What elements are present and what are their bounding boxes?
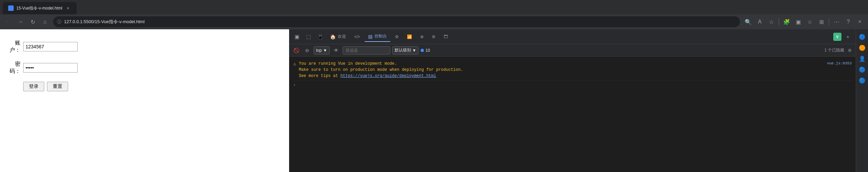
console-eye-button[interactable]: 👁 (332, 46, 341, 55)
vue-extension-button[interactable]: V (833, 33, 841, 41)
login-button[interactable]: 登录 (23, 82, 44, 91)
toolbar-icons: 🔍 A ☆ 🧩 ▣ ☆ ⊞ ⋯ ? × (743, 16, 865, 27)
sidebar-icon-4[interactable]: 🔵 (857, 65, 867, 74)
password-row: 密码： (7, 61, 282, 75)
search-icon[interactable]: 🔍 (743, 16, 754, 27)
tab-memory[interactable]: ⚙ (428, 32, 439, 42)
home-button[interactable]: ⌂ (40, 16, 50, 27)
message-line2: Make sure to turn on production mode whe… (299, 67, 463, 72)
tab-console-label: 控制台 (375, 33, 387, 39)
devtools-toolbar: ▣ ⬚ 📱 🏠 欢迎 </> ▤ 控制台 ⚙ 📶 ⊕ (289, 29, 856, 44)
top-select-arrow: ▼ (323, 48, 327, 53)
reset-button[interactable]: 重置 (47, 82, 68, 91)
devtools-dock-button[interactable]: ▣ (292, 32, 302, 42)
main-layout: 账户： 密码： 登录 重置 ▣ ⬚ 📱 🏠 欢迎 </> ▤ (0, 29, 868, 172)
tab-memory-icon: ⚙ (432, 34, 436, 39)
forward-button[interactable]: → (15, 16, 26, 27)
tab-console[interactable]: ▤ 控制台 (365, 32, 390, 42)
tab-network[interactable]: 📶 (404, 32, 415, 42)
tab-application[interactable]: 🗔 (440, 32, 451, 42)
console-source[interactable]: vue.js:9353 (827, 61, 852, 65)
console-prompt-row: › (293, 81, 852, 90)
tab-elements-label: </> (354, 34, 360, 39)
sidebar-icon-2[interactable]: 🟠 (857, 43, 867, 52)
console-settings-icon[interactable]: ⚙ (846, 47, 853, 54)
hidden-count: 1 个已隐藏 ⚙ (824, 47, 853, 54)
console-count-badge: 10 (421, 48, 430, 53)
address-bar[interactable]: ⓘ 127.0.0.1:5500/15-Vue指令-v-model.html (53, 16, 740, 27)
console-top-select[interactable]: top ▼ (314, 46, 330, 54)
top-select-label: top (316, 48, 322, 53)
devtools-inspect-button[interactable]: ⬚ (303, 32, 314, 42)
console-level-select[interactable]: 默认级别 ▼ (392, 46, 419, 54)
tab-network-icon: 📶 (407, 34, 412, 39)
warning-icon: ⚠ (293, 61, 296, 67)
message-line3: See more tips at (299, 74, 340, 78)
account-label: 账户： (7, 40, 20, 54)
tab-sources-icon: ⚙ (395, 34, 399, 39)
devtools-device-button[interactable]: 📱 (315, 32, 325, 42)
hidden-count-text: 1 个已隐藏 (824, 47, 844, 53)
password-input[interactable] (23, 63, 78, 73)
tab-title: 15-Vue指令-v-model.html (16, 5, 62, 11)
apps-icon[interactable]: ⊞ (816, 16, 827, 27)
console-filter-input[interactable] (343, 46, 390, 54)
console-message-vue-warning: ⚠ You are running Vue in development mod… (293, 59, 852, 81)
console-message-text: You are running Vue in development mode.… (299, 61, 824, 79)
toolbar-divider (779, 18, 779, 25)
devtools-add-button[interactable]: + (843, 32, 853, 42)
console-no-entry-button[interactable]: ⊖ (303, 46, 312, 55)
address-text: 127.0.0.1:5500/15-Vue指令-v-model.html (64, 19, 736, 25)
sidebar-icon-5[interactable]: 🔵 (857, 76, 867, 85)
tab-sources[interactable]: ⚙ (392, 32, 402, 42)
tab-favicon (8, 5, 14, 11)
account-input[interactable] (23, 42, 78, 51)
level-label: 默认级别 (395, 47, 411, 53)
browser-chrome: 15-Vue指令-v-model.html × ← → ↻ ⌂ ⓘ 127.0.… (0, 0, 868, 29)
close-window-button[interactable]: × (854, 16, 865, 27)
console-icon: ▤ (368, 34, 373, 39)
account-row: 账户： (7, 40, 282, 54)
devtools-panel: ▣ ⬚ 📱 🏠 欢迎 </> ▤ 控制台 ⚙ 📶 ⊕ (289, 29, 856, 172)
tab-performance-icon: ⊕ (420, 34, 424, 39)
console-toolbar: 🚫 ⊖ top ▼ 👁 默认级别 ▼ 10 1 个已隐藏 ⚙ (289, 44, 856, 57)
message-count: 10 (425, 48, 430, 53)
tab-application-icon: 🗔 (444, 34, 448, 39)
sidebar-icon-3[interactable]: 👤 (857, 54, 867, 63)
translate-icon[interactable]: A (754, 16, 765, 27)
welcome-icon: 🏠 (330, 34, 336, 40)
reload-button[interactable]: ↻ (27, 16, 38, 27)
console-clear-button[interactable]: 🚫 (292, 46, 301, 55)
level-select-arrow: ▼ (412, 48, 416, 53)
sidebar-toggle-icon[interactable]: ▣ (793, 16, 804, 27)
more-menu-button[interactable]: ⋯ (831, 16, 842, 27)
bookmark-icon[interactable]: ☆ (766, 16, 777, 27)
back-button[interactable]: ← (3, 16, 14, 27)
tab-bar: 15-Vue指令-v-model.html × (0, 0, 868, 14)
right-sidebar: 🔵 🟠 👤 🔵 🔵 (856, 29, 868, 172)
tab-close-button[interactable]: × (65, 5, 71, 11)
message-line1: You are running Vue in development mode. (299, 61, 397, 66)
protocol-icon: ⓘ (57, 19, 61, 25)
tab-welcome-label: 欢迎 (338, 34, 346, 40)
page-content: 账户： 密码： 登录 重置 (0, 29, 289, 172)
button-row: 登录 重置 (7, 82, 282, 91)
nav-bar: ← → ↻ ⌂ ⓘ 127.0.0.1:5500/15-Vue指令-v-mode… (0, 14, 868, 29)
toolbar-divider2 (829, 18, 829, 25)
active-tab[interactable]: 15-Vue指令-v-model.html × (3, 2, 77, 14)
extensions-icon[interactable]: 🧩 (781, 16, 792, 27)
badge-dot (421, 49, 424, 52)
sidebar-icon-1[interactable]: 🔵 (857, 32, 867, 42)
tab-welcome[interactable]: 🏠 欢迎 (327, 32, 349, 42)
profile-icon[interactable]: ☆ (804, 16, 815, 27)
console-content: ⚠ You are running Vue in development mod… (289, 57, 856, 172)
tab-elements[interactable]: </> (351, 32, 363, 42)
tab-performance[interactable]: ⊕ (417, 32, 427, 42)
help-icon[interactable]: ? (843, 16, 854, 27)
console-prompt-arrow: › (293, 83, 296, 88)
deployment-link[interactable]: https://vuejs.org/guide/deployment.html (341, 74, 436, 78)
password-label: 密码： (7, 61, 20, 75)
